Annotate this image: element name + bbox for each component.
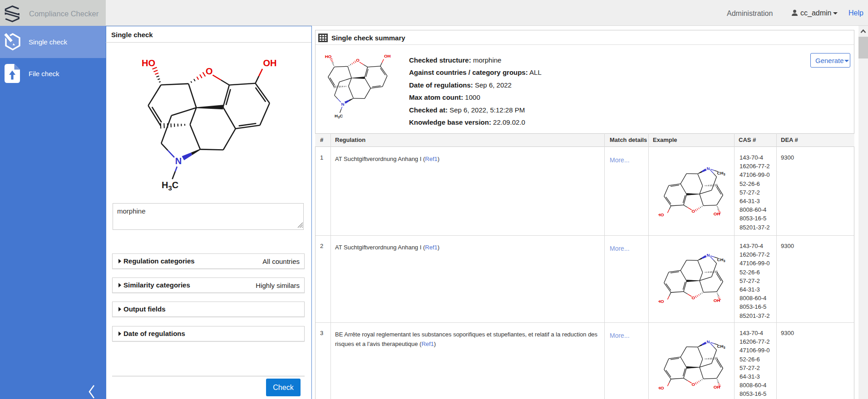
svg-text:O: O	[691, 209, 695, 214]
svg-text:HO: HO	[142, 58, 155, 68]
svg-text:N: N	[341, 102, 345, 107]
svg-text:OH: OH	[713, 298, 720, 303]
svg-text:OH: OH	[384, 54, 391, 58]
svg-text:OH: OH	[713, 211, 720, 216]
svg-text:CH3: CH3	[717, 344, 725, 350]
svg-text:CH3: CH3	[717, 257, 725, 263]
svg-text:HO: HO	[325, 54, 332, 58]
svg-text:H3C: H3C	[162, 180, 178, 192]
svg-text:HO: HO	[658, 212, 664, 217]
svg-text:HO: HO	[658, 386, 664, 391]
svg-text:N: N	[175, 156, 182, 166]
svg-text:HO: HO	[658, 299, 664, 304]
svg-text:OH: OH	[263, 58, 277, 68]
svg-text:O: O	[691, 295, 695, 300]
svg-text:N: N	[706, 253, 710, 258]
svg-text:OH: OH	[713, 385, 720, 390]
svg-text:O: O	[356, 58, 360, 63]
svg-text:O: O	[206, 66, 213, 76]
svg-text:N: N	[706, 166, 710, 171]
svg-text:N: N	[706, 339, 710, 344]
svg-text:CH3: CH3	[717, 170, 725, 176]
svg-text:H3C: H3C	[335, 113, 343, 119]
svg-text:O: O	[691, 382, 695, 387]
